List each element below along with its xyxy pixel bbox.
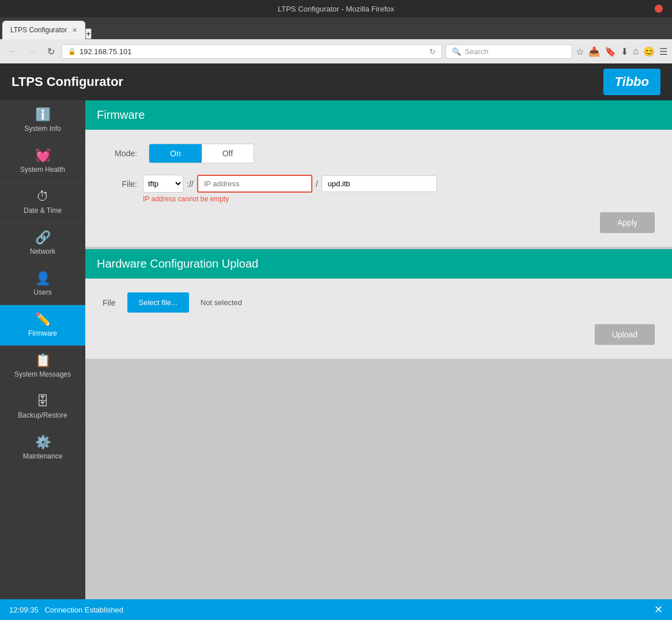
search-icon: 🔍 xyxy=(452,47,461,56)
status-close-button[interactable]: ✕ xyxy=(654,603,663,616)
sidebar-item-network[interactable]: 🔗 Network xyxy=(0,223,85,264)
mode-toggle-group: On Off xyxy=(149,144,254,163)
firmware-section-title: Firmware xyxy=(97,108,145,121)
firmware-icon: ✏️ xyxy=(35,313,51,326)
mode-on-button[interactable]: On xyxy=(149,144,202,163)
file-input-row: tftp ftp http :// / xyxy=(143,175,437,193)
users-icon: 👤 xyxy=(35,272,51,285)
ip-address-input[interactable] xyxy=(197,175,312,193)
bookmark-star-button[interactable]: ☆ xyxy=(576,46,584,57)
hardware-upload-section: Hardware Configuration Upload File Selec… xyxy=(85,249,672,359)
search-bar[interactable]: 🔍 Search xyxy=(446,44,572,59)
sidebar-item-system-health[interactable]: 💓 System Health xyxy=(0,141,85,182)
address-text: 192.168.75.101 xyxy=(80,47,426,56)
browser-tab[interactable]: LTPS Configurator ✕ xyxy=(2,21,85,39)
backup-icon: 🗄 xyxy=(36,395,49,408)
status-message: Connection Established xyxy=(44,606,123,614)
sidebar-label-system-health: System Health xyxy=(20,166,65,174)
select-file-button[interactable]: Select file... xyxy=(127,292,189,313)
file-inputs: tftp ftp http :// / IP address cannot be… xyxy=(143,175,437,203)
error-message: IP address cannot be empty xyxy=(143,195,437,203)
tibbo-logo: Tibbo xyxy=(603,69,660,95)
messages-icon: 📋 xyxy=(35,354,51,367)
sidebar-label-system-messages: System Messages xyxy=(14,370,71,378)
sidebar-label-users: Users xyxy=(33,288,51,296)
refresh-icon: ↻ xyxy=(429,47,436,56)
app-body: ℹ️ System Info 💓 System Health ⏱ Date & … xyxy=(0,100,672,599)
slash-separator: / xyxy=(316,179,318,189)
sidebar-item-system-info[interactable]: ℹ️ System Info xyxy=(0,100,85,141)
hardware-section-title: Hardware Configuration Upload xyxy=(97,257,258,270)
maintenance-icon: ⚙️ xyxy=(35,436,51,449)
sidebar-label-system-info: System Info xyxy=(24,125,61,133)
sidebar-label-network: Network xyxy=(30,247,55,255)
firmware-section-body: Mode: On Off File: tftp ftp h xyxy=(85,130,672,247)
mode-label: Mode: xyxy=(103,149,137,158)
mode-row: Mode: On Off xyxy=(103,144,655,163)
lock-icon: 🔒 xyxy=(68,48,76,55)
reload-button[interactable]: ↻ xyxy=(44,44,58,59)
avatar-button[interactable]: 😊 xyxy=(643,46,655,57)
upload-button[interactable]: Upload xyxy=(595,324,655,345)
close-button[interactable] xyxy=(655,5,663,13)
status-time: 12:09:35 xyxy=(9,606,39,614)
upload-row: Upload xyxy=(103,324,655,345)
home-button[interactable]: ⌂ xyxy=(633,46,639,57)
mode-off-button[interactable]: Off xyxy=(202,144,254,163)
tab-close-icon[interactable]: ✕ xyxy=(72,27,77,34)
file-label: File: xyxy=(103,179,137,189)
hardware-section-body: File Select file... Not selected Upload xyxy=(85,279,672,359)
firmware-section: Firmware Mode: On Off File: xyxy=(85,100,672,247)
pocket-button[interactable]: 📥 xyxy=(588,46,600,57)
not-selected-text: Not selected xyxy=(201,298,242,307)
app-header: LTPS Configurator Tibbo xyxy=(0,63,672,100)
protocol-select[interactable]: tftp ftp http xyxy=(143,175,183,193)
sidebar-label-date-time: Date & Time xyxy=(24,206,62,215)
info-icon: ℹ️ xyxy=(35,108,51,121)
sidebar-label-firmware: Firmware xyxy=(28,329,57,337)
health-icon: 💓 xyxy=(35,149,51,162)
search-placeholder: Search xyxy=(465,47,488,56)
apply-button[interactable]: Apply xyxy=(600,212,655,233)
nav-bar: ← → ↻ 🔒 192.168.75.101 ↻ 🔍 Search ☆ 📥 🔖 … xyxy=(0,39,672,63)
main-content: Firmware Mode: On Off File: xyxy=(85,100,672,599)
network-icon: 🔗 xyxy=(35,231,51,244)
firmware-section-header: Firmware xyxy=(85,100,672,130)
sidebar-item-firmware[interactable]: ✏️ Firmware xyxy=(0,305,85,346)
tab-bar: LTPS Configurator ✕ + xyxy=(0,17,672,39)
sidebar-item-date-time[interactable]: ⏱ Date & Time xyxy=(0,182,85,223)
menu-button[interactable]: ☰ xyxy=(659,46,667,57)
pocket2-button[interactable]: 🔖 xyxy=(605,46,616,57)
sidebar-item-maintenance[interactable]: ⚙️ Maintenance xyxy=(0,428,85,469)
browser-title-bar: LTPS Configurator - Mozilla Firefox xyxy=(0,0,672,17)
sidebar-item-system-messages[interactable]: 📋 System Messages xyxy=(0,346,85,387)
address-bar[interactable]: 🔒 192.168.75.101 ↻ xyxy=(62,44,442,59)
status-text: 12:09:35 Connection Established xyxy=(9,606,123,614)
download-button[interactable]: ⬇ xyxy=(621,46,628,57)
tab-label: LTPS Configurator xyxy=(10,26,67,34)
app-title: LTPS Configurator xyxy=(12,74,123,89)
sidebar-item-users[interactable]: 👤 Users xyxy=(0,264,85,305)
file-row: File: tftp ftp http :// / xyxy=(103,175,655,203)
forward-button[interactable]: → xyxy=(24,44,40,59)
sidebar-label-backup-restore: Backup/Restore xyxy=(18,411,67,419)
sidebar-item-backup-restore[interactable]: 🗄 Backup/Restore xyxy=(0,387,85,428)
hw-file-row: File Select file... Not selected xyxy=(103,292,655,313)
browser-title: LTPS Configurator - Mozilla Firefox xyxy=(278,5,394,13)
apply-row: Apply xyxy=(103,212,655,233)
new-tab-button[interactable]: + xyxy=(85,28,92,39)
clock-icon: ⏱ xyxy=(36,190,49,203)
sidebar: ℹ️ System Info 💓 System Health ⏱ Date & … xyxy=(0,100,85,599)
filename-input[interactable] xyxy=(322,175,437,192)
hardware-section-header: Hardware Configuration Upload xyxy=(85,249,672,279)
hw-file-label: File xyxy=(103,298,116,307)
sidebar-label-maintenance: Maintenance xyxy=(23,452,63,460)
nav-icons: ☆ 📥 🔖 ⬇ ⌂ 😊 ☰ xyxy=(576,46,667,57)
separator-text: :// xyxy=(187,179,194,189)
status-bar: 12:09:35 Connection Established ✕ xyxy=(0,599,672,620)
back-button[interactable]: ← xyxy=(5,44,21,59)
